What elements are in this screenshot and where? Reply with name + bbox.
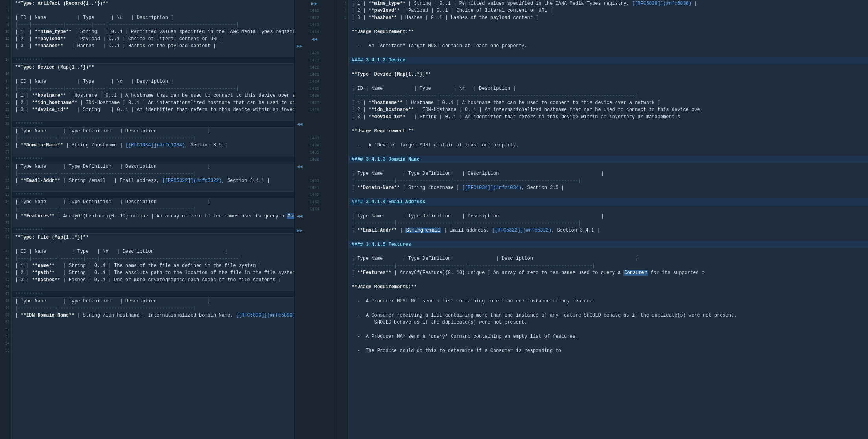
sep4: ********** — [12, 191, 294, 198]
device-row-idn-hostname: | 2 | **idn_hostname** | IDN-Hostname | … — [12, 99, 294, 106]
left-line-numbers: 7 8 9 10 11 12 14 16 17 18 19 20 21 22 2… — [0, 0, 12, 439]
file-row-name: | 1 | **name** | String | 0..1 | The nam… — [12, 262, 294, 269]
type-device-heading: **Type: Device (Map{1..*})** — [12, 64, 294, 71]
left-code-panel: **Type: Artifact (Record{1..*})** | ID |… — [12, 0, 295, 439]
right-device-note: - A "Device" Target MUST contain at leas… — [348, 142, 868, 149]
fold-arrow-1[interactable]: ▶▶ — [311, 0, 318, 7]
sep6: ********** — [12, 291, 294, 298]
artifact-row-hashes: | 3 | **hashes** | Hashes | 0..1 | Hashe… — [12, 43, 294, 50]
right-feature-note-4: - The Produce could do this to determine… — [348, 347, 868, 354]
email-row: | **Email-Addr** | String /email | Email… — [12, 177, 294, 184]
right-domain-table-header: | Type Name | Type Definition | Descript… — [348, 170, 868, 177]
fold-arrow-2[interactable]: ◀◀ — [311, 36, 318, 42]
idn-table-header: | Type Name | Type Definition | Descript… — [12, 298, 294, 305]
email-table-header: | Type Name | Type Definition | Descript… — [12, 163, 294, 170]
domain-table-sep: |--------------|------------|-----------… — [12, 135, 294, 142]
sep2: ********** — [12, 120, 294, 128]
features-table-sep: |--------------|------------|-----------… — [12, 206, 294, 213]
artifact-table-sep: |----|-----------|---------|----|-------… — [12, 21, 294, 28]
right-device-device-id: | 3 | **device_id** | String | 0..1 | An… — [348, 113, 868, 120]
right-device-table-sep: |-----|------------|----------|----|----… — [348, 92, 868, 99]
right-feature-note-2b: SHOULD behave as if the duplicate(s) wer… — [348, 319, 868, 326]
sep3: ********** — [12, 156, 294, 163]
artifact-row-payload: | 2 | **payload** | Payload | 0..1 | Cho… — [12, 35, 294, 43]
right-device-section-heading: #### 3.4.1.2 Device — [348, 57, 868, 64]
fold-arrow-6[interactable]: ◀◀ — [297, 213, 303, 219]
right-usage-req-1: **Usage Requirement:** — [348, 28, 868, 35]
right-device-idn-hostname: | 2 | **idn_hostname** | IDN-Hostname | … — [348, 106, 868, 113]
right-line-numbers: 1 2 3 — [334, 0, 348, 439]
device-row-hostname: | 1 | **hostname** | Hostname | 0..1 | A… — [12, 92, 294, 99]
right-features-table-sep: |--------------|------------------------… — [348, 262, 868, 269]
right-domain-section-heading: #### 3.4.1.3 Domain Name — [348, 156, 868, 163]
right-usage-reqs-features: **Usage Requirements:** — [348, 283, 868, 291]
right-features-section-heading: #### 3.4.1.5 Features — [348, 241, 868, 248]
right-email-section-heading: #### 3.4.1.4 Email Address — [348, 198, 868, 206]
right-content: | 1 | **mime_type** | String | 0..1 | Pe… — [348, 0, 868, 439]
artifact-table-header: | ID | Name | Type | \# | Description | — [12, 14, 294, 21]
right-features-row: | **Features** | ArrayOf(Feature){0..10}… — [348, 269, 868, 276]
device-table-sep: |----|-----------|---------|----|-------… — [12, 85, 294, 92]
idn-row: | **IDN-Domain-Name** | String /idn-host… — [12, 312, 294, 319]
right-row-payload: | 2 | **payload** | Payload | 0..1 | Cho… — [348, 7, 868, 14]
sep5: ********** — [12, 227, 294, 234]
right-feature-note-2a: - A Consumer receiving a list containing… — [348, 312, 868, 319]
right-features-table-header: | Type Name | Type Definition | Descript… — [348, 255, 868, 262]
domain-table-header: | Type Name | Type Definition | Descript… — [12, 128, 294, 135]
right-device-type-heading: **Type: Device (Map{1..*})** — [348, 71, 868, 78]
fold-arrow-4[interactable]: ◀◀ — [297, 121, 303, 127]
right-row-mime: | 1 | **mime_type** | String | 0..1 | Pe… — [348, 0, 868, 7]
center-gutter: ▶▶ 1411 1412 1413 1414 ◀◀ ▶▶ 1420 1421 1… — [295, 0, 334, 439]
fold-arrow-7[interactable]: ▶▶ — [297, 227, 303, 233]
artifact-row-mime: | 1 | **mime_type** | String | 0..1 | Pe… — [12, 28, 294, 35]
file-row-path: | 2 | **path** | String | 0..1 | The abs… — [12, 269, 294, 276]
right-row-hashes: | 3 | **hashes** | Hashes | 0..1 | Hashe… — [348, 14, 868, 21]
sep1: ********** — [12, 57, 294, 64]
right-device-table-header: | ID | Name | Type | \# | Description | — [348, 85, 868, 92]
right-feature-note-1: - A Producer MUST NOT send a list contai… — [348, 298, 868, 305]
right-device-hostname: | 1 | **hostname** | Hostname | 0..1 | A… — [348, 99, 868, 106]
features-table-header: | Type Name | Type Definition | Descript… — [12, 198, 294, 206]
right-feature-note-3: - A Producer MAY send a 'query' Command … — [348, 333, 868, 340]
type-artifact-heading: **Type: Artifact (Record{1..*})** — [12, 0, 294, 7]
right-domain-table-sep: |--------------|-------------------|----… — [348, 177, 868, 184]
email-table-sep: |--------------|------------|-----------… — [12, 170, 294, 177]
right-artifact-note: - An "Artifact" Target MUST contain at l… — [348, 43, 868, 50]
fold-arrow-5[interactable]: ◀◀ — [297, 163, 303, 170]
file-row-hashes: | 3 | **hashes** | Hashes | 0..1 | One o… — [12, 276, 294, 283]
file-table-header: | ID | Name | Type | \# | Description | — [12, 248, 294, 255]
right-email-table-header: | Type Name | Type Definition | Descript… — [348, 213, 868, 220]
device-table-header: | ID | Name | Type | \# | Description | — [12, 78, 294, 85]
right-email-table-sep: |--------------|-------------------|----… — [348, 220, 868, 227]
idn-table-sep: |--------------|------------|-----------… — [12, 305, 294, 312]
device-row-device-id: | 3 | **device_id** | String | 0..1 | An… — [12, 106, 294, 113]
right-domain-row: | **Domain-Name** | String /hostname | [… — [348, 184, 868, 191]
fold-arrow-3[interactable]: ▶▶ — [297, 43, 303, 49]
right-code-panel: 1 2 3 — [334, 0, 868, 439]
file-table-sep: |----|---------|--------|----|----------… — [12, 255, 294, 262]
features-row: | **Features** | ArrayOf(Feature){0..10}… — [12, 213, 294, 220]
right-email-row: | **Email-Addr** | String email | Email … — [348, 227, 868, 234]
right-usage-req-2: **Usage Requirement:** — [348, 128, 868, 135]
domain-row: | **Domain-Name** | String /hostname | [… — [12, 142, 294, 149]
type-file-heading: **Type: File (Map{1..*})** — [12, 234, 294, 241]
